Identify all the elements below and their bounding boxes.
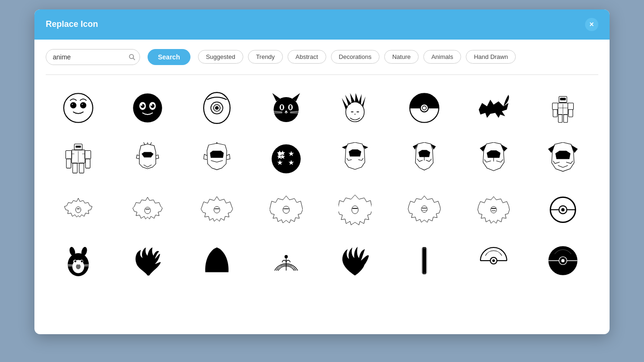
- icon-pokeball[interactable]: [392, 84, 457, 132]
- svg-line-96: [83, 264, 89, 265]
- modal-body: Search SuggestedTrendyAbstractDecoration…: [34, 40, 610, 334]
- svg-rect-100: [423, 247, 426, 274]
- icon-gundam-face-7[interactable]: [461, 135, 527, 182]
- svg-point-34: [422, 106, 426, 109]
- svg-rect-37: [560, 98, 565, 100]
- svg-point-83: [561, 208, 564, 211]
- svg-point-72: [76, 206, 81, 213]
- search-row: Search SuggestedTrendyAbstractDecoration…: [46, 49, 598, 65]
- svg-point-22: [289, 105, 291, 109]
- icon-gundam-face-5[interactable]: [322, 135, 388, 182]
- icon-wing-gundam-2[interactable]: [115, 186, 181, 233]
- svg-point-91: [74, 260, 76, 262]
- search-icon-button[interactable]: [128, 53, 135, 60]
- replace-icon-modal: Replace Icon × Search SuggestedTrendyAbs…: [34, 9, 610, 334]
- search-input[interactable]: [46, 49, 140, 65]
- icon-wing-gundam-6[interactable]: [392, 186, 457, 233]
- svg-point-93: [77, 263, 79, 264]
- svg-point-13: [151, 104, 153, 106]
- svg-point-75: [214, 206, 220, 213]
- icon-anime-fin[interactable]: [184, 237, 250, 284]
- svg-text:★: ★: [288, 158, 294, 166]
- svg-point-6: [82, 103, 83, 105]
- svg-point-88: [76, 264, 81, 269]
- icon-dragon-ball-4star[interactable]: ★ ★ ★ ★: [253, 135, 319, 182]
- svg-rect-39: [568, 103, 573, 109]
- icons-container[interactable]: ★ ★ ★ ★: [46, 80, 598, 325]
- icon-wing-gundam-4[interactable]: [253, 186, 319, 233]
- svg-text:★: ★: [288, 149, 294, 157]
- filter-chip-animals[interactable]: Animals: [423, 50, 461, 64]
- icon-wing-gundam-5[interactable]: [322, 186, 388, 233]
- icon-cat-face[interactable]: [253, 84, 319, 132]
- icon-pokeball-dark[interactable]: [530, 237, 595, 284]
- filter-chip-abstract[interactable]: Abstract: [288, 50, 326, 64]
- modal-title: Replace Icon: [46, 19, 98, 29]
- svg-point-16: [273, 97, 298, 122]
- filter-chip-decorations[interactable]: Decorations: [331, 50, 380, 64]
- divider: [46, 74, 598, 75]
- svg-point-61: [272, 144, 301, 173]
- close-button[interactable]: ×: [585, 18, 598, 31]
- icon-anime-face-1[interactable]: [46, 84, 111, 132]
- svg-rect-49: [66, 150, 72, 159]
- svg-rect-54: [79, 163, 84, 173]
- svg-rect-52: [86, 159, 91, 168]
- svg-point-104: [492, 259, 495, 262]
- svg-rect-40: [553, 109, 557, 116]
- icon-gundam-body-2[interactable]: [46, 135, 111, 182]
- svg-point-77: [352, 206, 358, 214]
- svg-point-74: [145, 207, 151, 214]
- svg-point-76: [283, 206, 289, 213]
- icon-gundam-head-4[interactable]: [184, 135, 250, 182]
- filter-chip-nature[interactable]: Nature: [384, 50, 419, 64]
- svg-point-5: [72, 103, 74, 105]
- svg-point-79: [491, 206, 497, 213]
- icon-monolith[interactable]: [392, 237, 457, 284]
- icon-pokeball-half[interactable]: [461, 237, 527, 284]
- svg-point-12: [141, 104, 143, 106]
- icon-goku-spikes[interactable]: [115, 237, 181, 284]
- svg-rect-38: [552, 103, 558, 109]
- icon-totoro[interactable]: [46, 237, 111, 284]
- svg-text:★: ★: [277, 149, 283, 157]
- icon-anime-face-2[interactable]: [115, 84, 181, 132]
- icon-fire-hair[interactable]: [322, 237, 388, 284]
- filter-chip-hand-drawn[interactable]: Hand Drawn: [466, 50, 516, 64]
- svg-point-15: [215, 107, 218, 109]
- icon-wing-gundam-3[interactable]: [184, 186, 250, 233]
- search-button[interactable]: Search: [148, 49, 190, 65]
- icon-gundam-head-3[interactable]: [115, 135, 181, 182]
- search-icon: [128, 53, 135, 60]
- icon-gundam-face-8[interactable]: [530, 135, 595, 182]
- svg-point-78: [421, 206, 428, 212]
- svg-point-21: [281, 105, 282, 109]
- icon-wing-gundam-1[interactable]: [46, 186, 111, 233]
- svg-line-1: [133, 58, 134, 59]
- svg-rect-53: [73, 163, 77, 173]
- svg-rect-41: [569, 109, 573, 116]
- svg-point-108: [561, 259, 564, 262]
- svg-rect-43: [563, 115, 567, 123]
- icon-gundam-robot[interactable]: [530, 84, 595, 132]
- svg-point-7: [133, 93, 162, 123]
- icon-wing-gundam-7[interactable]: [461, 186, 527, 233]
- svg-text:★: ★: [277, 158, 283, 166]
- icon-anime-spiral-eye[interactable]: [184, 84, 250, 132]
- modal-header: Replace Icon ×: [34, 9, 610, 40]
- svg-line-60: [217, 142, 218, 143]
- filter-chip-trendy[interactable]: Trendy: [248, 50, 283, 64]
- icon-goku-hair[interactable]: [322, 84, 388, 132]
- icon-gundam-face-6[interactable]: [392, 135, 457, 182]
- filter-chip-suggested[interactable]: Suggested: [198, 50, 243, 64]
- filter-chips: SuggestedTrendyAbstractDecorationsNature…: [198, 50, 516, 64]
- svg-point-2: [64, 93, 93, 123]
- svg-rect-47: [76, 146, 81, 148]
- svg-rect-50: [85, 150, 91, 159]
- icon-anime-fox[interactable]: [461, 84, 527, 132]
- svg-rect-42: [558, 115, 562, 123]
- icon-anime-dome[interactable]: [253, 237, 319, 284]
- svg-point-92: [81, 260, 83, 262]
- svg-line-94: [68, 264, 74, 265]
- icon-pokeball-circle[interactable]: [530, 186, 595, 233]
